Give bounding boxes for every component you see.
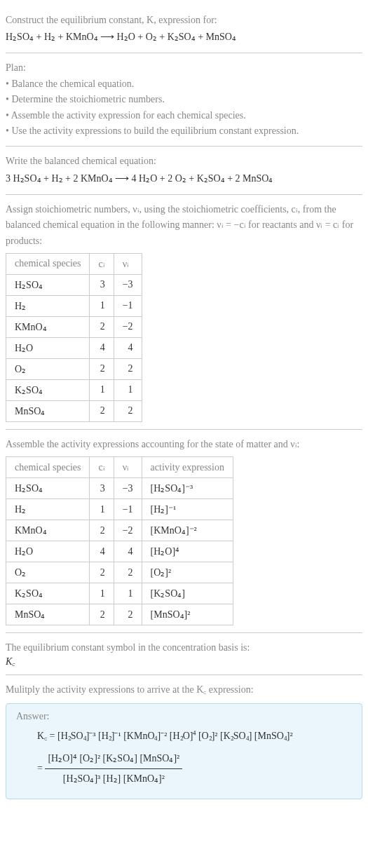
table-row: H₂SO₄3−3 <box>6 274 142 295</box>
cell-species: KMnO₄ <box>6 520 90 541</box>
table-header-row: chemical species cᵢ νᵢ activity expressi… <box>6 457 233 478</box>
symbol-section: The equilibrium constant symbol in the c… <box>6 633 362 674</box>
col-vi: νᵢ <box>114 457 142 478</box>
table-row: H₂O44 <box>6 337 142 358</box>
cell-species: MnSO₄ <box>6 604 90 625</box>
balanced-equation: 3 H₂SO₄ + H₂ + 2 KMnO₄ ⟶ 4 H₂O + 2 O₂ + … <box>6 172 362 184</box>
cell-vi: −1 <box>114 295 142 316</box>
cell-ci: 1 <box>90 295 114 316</box>
table-row: O₂22 <box>6 358 142 379</box>
cell-species: K₂SO₄ <box>6 583 90 604</box>
col-ci: cᵢ <box>90 253 114 274</box>
cell-vi: −3 <box>114 478 142 499</box>
cell-ci: 1 <box>90 583 114 604</box>
cell-ci: 3 <box>90 274 114 295</box>
header-section: Construct the equilibrium constant, K, e… <box>6 6 362 53</box>
answer-box: Answer: K꜀ = [H₂SO₄]⁻³ [H₂]⁻¹ [KMnO₄]⁻² … <box>6 703 362 799</box>
cell-ci: 4 <box>90 541 114 562</box>
cell-ci: 4 <box>90 337 114 358</box>
fraction: [H₂O]⁴ [O₂]² [K₂SO₄] [MnSO₄]² [H₂SO₄]³ [… <box>45 749 182 789</box>
table-row: KMnO₄2−2 <box>6 316 142 337</box>
table-row: H₂SO₄3−3[H₂SO₄]⁻³ <box>6 478 233 499</box>
stoich-table: chemical species cᵢ νᵢ H₂SO₄3−3 H₂1−1 KM… <box>6 253 142 422</box>
col-vi: νᵢ <box>114 253 142 274</box>
cell-vi: 1 <box>114 379 142 400</box>
equals-sign: = <box>37 763 43 773</box>
prompt-text: Construct the equilibrium constant, K, e… <box>6 13 362 28</box>
cell-species: KMnO₄ <box>6 316 90 337</box>
plan-item: • Assemble the activity expression for e… <box>6 108 362 123</box>
cell-ci: 1 <box>90 379 114 400</box>
cell-species: O₂ <box>6 358 90 379</box>
table-row: O₂22[O₂]² <box>6 562 233 583</box>
stoich-intro: Assign stoichiometric numbers, νᵢ, using… <box>6 202 362 249</box>
cell-species: H₂ <box>6 499 90 520</box>
cell-species: H₂ <box>6 295 90 316</box>
table-row: H₂1−1[H₂]⁻¹ <box>6 499 233 520</box>
cell-vi: 2 <box>114 562 142 583</box>
cell-species: H₂SO₄ <box>6 274 90 295</box>
cell-vi: 1 <box>114 583 142 604</box>
cell-vi: −2 <box>114 316 142 337</box>
cell-expr: [H₂]⁻¹ <box>142 499 233 520</box>
cell-species: O₂ <box>6 562 90 583</box>
cell-expr: [KMnO₄]⁻² <box>142 520 233 541</box>
answer-label: Answer: <box>16 711 352 722</box>
cell-species: H₂O <box>6 541 90 562</box>
cell-expr: [H₂O]⁴ <box>142 541 233 562</box>
cell-expr: [H₂SO₄]⁻³ <box>142 478 233 499</box>
cell-expr: [K₂SO₄] <box>142 583 233 604</box>
cell-expr: [MnSO₄]² <box>142 604 233 625</box>
activity-section: Assemble the activity expressions accoun… <box>6 430 362 633</box>
balanced-section: Write the balanced chemical equation: 3 … <box>6 147 362 194</box>
cell-ci: 2 <box>90 358 114 379</box>
plan-item: • Determine the stoichiometric numbers. <box>6 92 362 107</box>
table-header-row: chemical species cᵢ νᵢ <box>6 253 142 274</box>
unbalanced-equation: H₂SO₄ + H₂ + KMnO₄ ⟶ H₂O + O₂ + K₂SO₄ + … <box>6 31 362 43</box>
col-ci: cᵢ <box>90 457 114 478</box>
col-species: chemical species <box>6 457 90 478</box>
cell-vi: 4 <box>114 337 142 358</box>
cell-vi: 2 <box>114 358 142 379</box>
table-row: K₂SO₄11[K₂SO₄] <box>6 583 233 604</box>
cell-vi: −3 <box>114 274 142 295</box>
cell-ci: 1 <box>90 499 114 520</box>
activity-intro: Assemble the activity expressions accoun… <box>6 437 362 452</box>
col-expr: activity expression <box>142 457 233 478</box>
plan-item: • Use the activity expressions to build … <box>6 123 362 139</box>
table-row: H₂1−1 <box>6 295 142 316</box>
balanced-label: Write the balanced chemical equation: <box>6 154 362 169</box>
table-row: H₂O44[H₂O]⁴ <box>6 541 233 562</box>
plan-title: Plan: <box>6 60 362 76</box>
cell-species: H₂O <box>6 337 90 358</box>
kc-expression-line1: K꜀ = [H₂SO₄]⁻³ [H₂]⁻¹ [KMnO₄]⁻² [H₂O]⁴ [… <box>37 726 352 746</box>
cell-species: MnSO₄ <box>6 400 90 421</box>
cell-expr: [O₂]² <box>142 562 233 583</box>
table-row: K₂SO₄11 <box>6 379 142 400</box>
symbol-value: K꜀ <box>6 656 362 667</box>
final-label: Mulitply the activity expressions to arr… <box>6 682 362 698</box>
kc-expression-fraction: = [H₂O]⁴ [O₂]² [K₂SO₄] [MnSO₄]² [H₂SO₄]³… <box>37 749 352 789</box>
cell-ci: 2 <box>90 562 114 583</box>
symbol-label: The equilibrium constant symbol in the c… <box>6 640 362 656</box>
cell-vi: 4 <box>114 541 142 562</box>
cell-ci: 2 <box>90 400 114 421</box>
cell-ci: 2 <box>90 604 114 625</box>
cell-species: K₂SO₄ <box>6 379 90 400</box>
cell-ci: 2 <box>90 520 114 541</box>
cell-vi: 2 <box>114 400 142 421</box>
cell-vi: −1 <box>114 499 142 520</box>
stoich-section: Assign stoichiometric numbers, νᵢ, using… <box>6 195 362 430</box>
cell-ci: 3 <box>90 478 114 499</box>
activity-table: chemical species cᵢ νᵢ activity expressi… <box>6 456 233 625</box>
col-species: chemical species <box>6 253 90 274</box>
table-row: KMnO₄2−2[KMnO₄]⁻² <box>6 520 233 541</box>
plan-item: • Balance the chemical equation. <box>6 76 362 92</box>
fraction-denominator: [H₂SO₄]³ [H₂] [KMnO₄]² <box>45 769 182 789</box>
final-section: Mulitply the activity expressions to arr… <box>6 675 362 799</box>
table-row: MnSO₄22 <box>6 400 142 421</box>
cell-species: H₂SO₄ <box>6 478 90 499</box>
plan-section: Plan: • Balance the chemical equation. •… <box>6 53 362 147</box>
fraction-numerator: [H₂O]⁴ [O₂]² [K₂SO₄] [MnSO₄]² <box>45 749 182 769</box>
cell-vi: 2 <box>114 604 142 625</box>
